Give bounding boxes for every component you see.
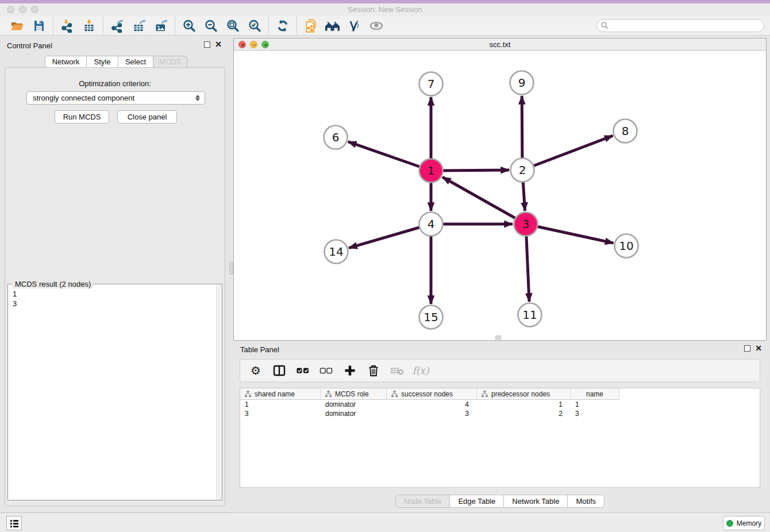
share-document-button[interactable] <box>302 17 320 34</box>
table-cell: 3 <box>387 409 477 418</box>
run-mcds-button[interactable]: Run MCDS <box>55 110 109 124</box>
import-table-button[interactable] <box>80 17 98 34</box>
close-panel-button[interactable]: Close panel <box>117 110 177 124</box>
status-bar: Memory <box>0 512 770 532</box>
graph-node-8[interactable]: 8 <box>614 119 637 143</box>
graph-node-14[interactable]: 14 <box>325 240 348 264</box>
task-history-button[interactable] <box>6 516 22 530</box>
plus-icon <box>343 364 357 377</box>
zoom-in-button[interactable] <box>180 17 198 34</box>
table-panel-title: Table Panel <box>240 345 279 354</box>
graph-edge-4-14[interactable] <box>349 224 431 248</box>
save-session-button[interactable] <box>30 17 48 34</box>
tab-network[interactable]: Network <box>45 56 87 68</box>
hide-glyph-button[interactable] <box>345 17 364 34</box>
show-eye-button[interactable] <box>367 17 386 34</box>
eye-icon <box>369 19 384 33</box>
graph-node-7[interactable]: 7 <box>419 72 443 96</box>
table-settings-button[interactable]: ⚙ <box>248 363 263 378</box>
deselect-all-icon <box>319 364 333 377</box>
graph-node-11[interactable]: 11 <box>518 303 542 327</box>
delete-column-button[interactable] <box>366 363 381 378</box>
zoom-fit-button[interactable] <box>224 17 242 34</box>
table-cell: 3 <box>240 409 321 418</box>
criterion-select[interactable]: strongly connected component <box>26 91 205 105</box>
column-header-predecessor-nodes[interactable]: predecessor nodes <box>477 388 571 400</box>
export-image-button[interactable] <box>152 17 170 34</box>
tab-motifs[interactable]: Motifs <box>568 495 605 508</box>
close-table-panel-icon[interactable]: ✕ <box>755 345 762 352</box>
splitter-handle[interactable] <box>229 262 233 275</box>
hierarchy-icon <box>325 391 332 397</box>
column-header-name[interactable]: name <box>571 388 619 400</box>
application-window: Session: New Session <box>0 0 770 532</box>
delete-table-button-disabled <box>390 363 405 378</box>
create-column-button[interactable] <box>342 363 357 378</box>
float-table-panel-icon[interactable] <box>744 345 750 352</box>
graph-edge-2-8[interactable] <box>522 136 613 170</box>
svg-text:15: 15 <box>424 310 438 324</box>
zoom-fit-icon <box>226 19 240 33</box>
import-table-icon <box>82 19 96 33</box>
search-input[interactable] <box>596 19 764 32</box>
network-graph[interactable]: 7968124314101511 <box>234 51 766 340</box>
canvas-resize-grip[interactable] <box>495 336 501 340</box>
graph-edge-3-10[interactable] <box>526 224 614 243</box>
tab-mcds[interactable]: MCDS <box>153 56 187 68</box>
table-row[interactable]: 3dominator323 <box>240 409 760 418</box>
main-toolbar <box>0 16 770 36</box>
hierarchy-icon <box>245 391 251 397</box>
tab-network-table[interactable]: Network Table <box>504 495 568 508</box>
select-all-rows-button[interactable] <box>295 363 310 378</box>
graph-node-1[interactable]: 1 <box>419 159 443 183</box>
column-header-shared-name[interactable]: shared name <box>240 388 321 400</box>
export-network-button[interactable] <box>108 17 126 34</box>
deselect-all-rows-button[interactable] <box>319 363 334 378</box>
graph-node-2[interactable]: 2 <box>511 159 534 182</box>
control-panel-tabs: Network Style Select MCDS <box>45 56 187 68</box>
table-panel: Table Panel ✕ ⚙ f(x) shared name MCDS ro… <box>233 343 767 512</box>
open-session-button[interactable] <box>8 17 26 34</box>
import-network-button[interactable] <box>58 17 76 34</box>
table-body: 1dominator4113dominator323 <box>240 400 760 418</box>
home-button[interactable] <box>324 17 342 34</box>
graph-node-15[interactable]: 15 <box>419 306 443 329</box>
refresh-layout-button[interactable] <box>274 17 292 34</box>
network-canvas[interactable]: 7968124314101511 <box>234 51 766 340</box>
graph-node-9[interactable]: 9 <box>510 71 534 95</box>
window-title: Session: New Session <box>0 5 770 14</box>
graph-edge-3-1[interactable] <box>442 177 526 224</box>
tab-select[interactable]: Select <box>118 56 153 68</box>
column-header-mcds-role[interactable]: MCDS role <box>321 388 387 400</box>
graph-node-6[interactable]: 6 <box>324 126 348 149</box>
network-view-title: scc.txt <box>234 40 766 49</box>
result-scrollbar[interactable] <box>216 285 222 499</box>
trash-icon <box>367 364 380 377</box>
svg-text:10: 10 <box>619 239 633 253</box>
table-cell: dominator <box>321 400 387 409</box>
graph-edge-1-6[interactable] <box>348 142 431 171</box>
svg-text:3: 3 <box>522 217 530 231</box>
float-panel-icon[interactable] <box>204 41 210 48</box>
close-panel-icon[interactable]: ✕ <box>215 41 222 48</box>
tab-style[interactable]: Style <box>87 56 118 68</box>
control-panel: Control Panel ✕ Network Style Select MCD… <box>0 36 230 512</box>
table-row[interactable]: 1dominator411 <box>240 400 760 409</box>
zoom-out-button[interactable] <box>202 17 220 34</box>
zoom-selected-button[interactable] <box>245 17 264 34</box>
graph-node-3[interactable]: 3 <box>514 213 538 236</box>
zoom-selected-icon <box>248 19 261 33</box>
graph-node-4[interactable]: 4 <box>419 213 443 236</box>
tab-edge-table[interactable]: Edge Table <box>450 495 504 508</box>
mcds-panel: Optimization criterion: strongly connect… <box>5 67 225 506</box>
table-cell: 1 <box>240 400 321 409</box>
svg-text:9: 9 <box>518 76 526 90</box>
column-visibility-button[interactable] <box>272 363 287 378</box>
memory-button[interactable]: Memory <box>723 516 765 530</box>
main-titlebar: Session: New Session <box>0 3 770 16</box>
tab-node-table[interactable]: Node Table <box>395 495 451 508</box>
graph-node-10[interactable]: 10 <box>615 234 638 258</box>
mcds-result-group: MCDS result (2 nodes) 13 <box>7 284 222 500</box>
column-header-successor-nodes[interactable]: successor nodes <box>387 388 477 400</box>
export-table-button[interactable] <box>130 17 148 34</box>
